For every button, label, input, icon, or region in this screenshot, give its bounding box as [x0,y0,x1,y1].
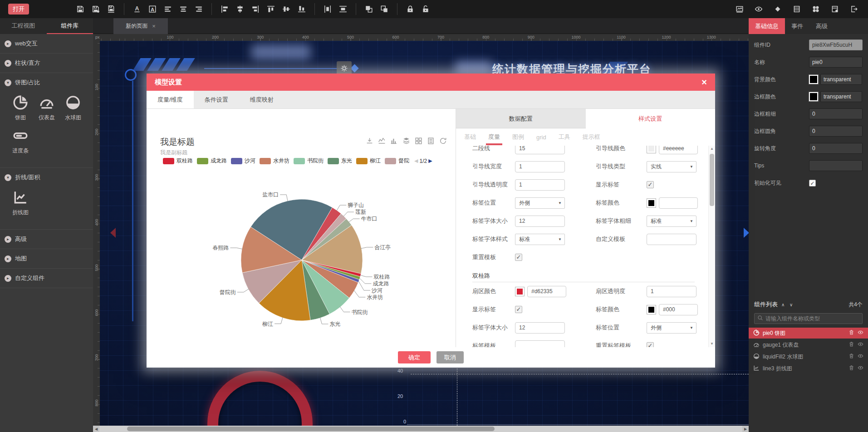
subtab-tooltip[interactable]: 提示框 [583,133,600,141]
component-item[interactable]: 水球图 [60,95,86,122]
send-back-icon[interactable] [379,4,389,14]
color-swatch[interactable] [647,146,656,153]
tab-events[interactable]: 事件 [785,18,809,34]
component-item[interactable]: 仪表盘 [34,95,60,122]
field-checkbox[interactable]: ✓ [647,342,654,347]
field-input[interactable]: 1 [515,179,565,191]
field-input[interactable]: 1 [515,161,565,172]
distribute-h-icon[interactable] [323,4,333,14]
property-input[interactable]: 0 [809,143,863,154]
text-align-left-icon[interactable] [163,4,173,14]
field-checkbox[interactable]: ✓ [515,254,522,261]
component-item[interactable]: 进度条 [7,128,34,155]
download-icon[interactable] [366,137,373,147]
property-input[interactable] [809,160,863,171]
align-left-icon[interactable] [220,4,230,14]
property-input[interactable]: transparent [820,74,862,85]
scrollbar-thumb[interactable] [710,154,714,206]
distribute-v-icon[interactable] [338,4,348,14]
component-list-item[interactable]: gauge1 仪表盘 [749,339,868,350]
components-icon[interactable] [811,4,821,14]
legend-item[interactable]: 成龙路 [197,157,231,165]
sidebar-section-toggle[interactable]: ▸web交互 [0,34,93,53]
field-select[interactable]: 实线▼ [647,161,696,172]
sidebar-section-toggle[interactable]: ▸柱状/直方 [0,54,93,73]
trash-icon[interactable] [848,329,854,337]
text-align-center-icon[interactable] [178,4,188,14]
subtab-measure[interactable]: 度量 [488,133,500,141]
field-input[interactable]: #d62335 [527,286,566,297]
eye-icon[interactable] [754,4,764,14]
trash-icon[interactable] [848,341,854,349]
collapse-right-arrow-icon[interactable] [744,228,749,238]
search-input[interactable] [765,315,859,322]
color-swatch[interactable] [809,92,818,101]
align-right-icon[interactable] [250,4,260,14]
eye-icon[interactable] [858,353,863,360]
color-swatch[interactable] [647,198,656,208]
legend-item[interactable]: 东光 [328,157,356,165]
save-icon[interactable] [75,4,85,14]
field-select[interactable]: 标准▼ [647,216,696,227]
eye-icon[interactable] [858,365,863,372]
component-list-item[interactable]: liquidFill2 水球图 [749,351,868,362]
logout-icon[interactable] [849,4,859,14]
horizontal-scrollbar[interactable]: ◀ ▶ [93,426,749,432]
sidebar-section-toggle[interactable]: ▸自定义组件 [0,269,93,288]
legend-item[interactable]: 双桂路 [163,157,197,165]
refresh-icon[interactable] [439,137,447,147]
property-checkbox[interactable]: ✓ [809,180,816,187]
sidebar-section-toggle[interactable]: ▸高级 [0,230,93,249]
eye-icon[interactable] [858,329,863,337]
cancel-button[interactable]: 取消 [436,351,464,363]
scroll-left-icon[interactable]: ◀ [93,426,99,432]
legend-item[interactable]: 水井坊 [260,157,294,165]
align-top-icon[interactable] [266,4,276,14]
tiled-icon[interactable] [415,137,422,147]
color-swatch[interactable] [647,305,656,314]
color-swatch[interactable] [809,75,818,84]
unlock-icon[interactable] [421,4,431,14]
property-input[interactable]: 0 [809,108,863,119]
tab-advanced[interactable]: 高级 [809,18,834,34]
color-swatch[interactable] [515,287,525,296]
sidebar-section-toggle[interactable]: ▾折线/面积 [0,168,93,187]
align-bottom-icon[interactable] [297,4,307,14]
confirm-button[interactable]: 确定 [398,351,431,363]
data-view-icon[interactable] [427,137,435,147]
preview-icon[interactable] [735,4,745,14]
font-box-icon[interactable]: A [147,4,157,14]
component-item[interactable]: 折线图 [7,190,34,216]
bar-chart-icon[interactable] [390,137,398,147]
align-center-v-icon[interactable] [281,4,291,14]
stack-icon[interactable] [402,137,410,147]
reorder-up-down-icons[interactable]: ∧ ∨ [781,302,794,307]
field-input[interactable]: #000 [659,304,698,315]
property-input[interactable]: 0 [809,126,863,137]
scrollbar-thumb[interactable] [127,427,495,431]
text-align-right-icon[interactable] [194,4,204,14]
sidebar-section-toggle[interactable]: ▾饼图/占比 [0,73,93,92]
bring-front-icon[interactable] [364,4,374,14]
legend-next-icon[interactable]: ▶ [428,158,432,164]
line-chart-icon[interactable] [378,137,386,147]
collapse-left-arrow-icon[interactable] [110,228,116,238]
field-input[interactable]: 12 [515,216,565,227]
tab-measure-dimension[interactable]: 度量/维度 [147,91,194,108]
align-center-h-icon[interactable] [235,4,245,14]
legend-item[interactable]: 督院街 [385,157,414,165]
subtab-legend[interactable]: 图例 [512,133,524,141]
tab-style-settings[interactable]: 样式设置 [586,109,716,128]
trash-icon[interactable] [848,353,854,360]
database-icon[interactable] [792,4,802,14]
data-manage-icon[interactable] [830,4,840,14]
scroll-down-icon[interactable]: ▼ [709,341,715,347]
tab-component-library[interactable]: 组件库 [47,18,93,34]
font-underline-icon[interactable]: A [132,4,142,14]
scroll-right-icon[interactable]: ▶ [742,426,749,432]
property-input[interactable]: transparent [820,91,862,102]
component-item[interactable]: 饼图 [7,95,34,122]
legend-item[interactable]: 书院街 [294,157,328,165]
field-select[interactable]: 外侧▼ [647,322,696,334]
field-input[interactable] [515,340,565,348]
